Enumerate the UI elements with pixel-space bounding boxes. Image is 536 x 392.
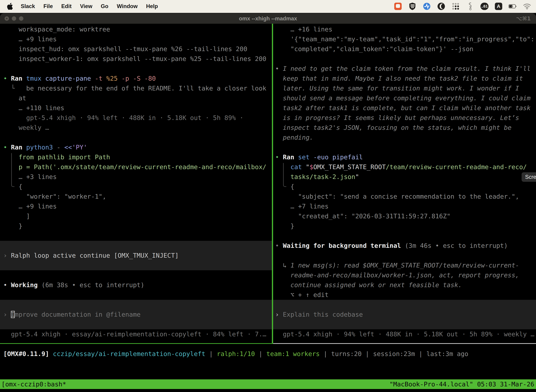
terminal-line: ↳ 1 new msg(s): read $OMX_TEAM_STATE_ROO…: [275, 261, 536, 270]
text-segment: ›: [3, 311, 11, 318]
text-segment: •: [275, 65, 283, 72]
terminal-line: inspect task2's JSON, focusing on the st…: [275, 123, 536, 133]
terminal-line: }: [275, 221, 536, 231]
text-segment: ›: [3, 252, 11, 259]
ralph-loop-banner-container[interactable]: › Ralph loop active continue [OMX_TMUX_I…: [0, 241, 272, 270]
text-segment: be necessary for the end of the README. …: [26, 85, 266, 92]
waiting-status-line: • Waiting for background terminal (3m 46…: [275, 241, 536, 251]
text-segment: Ran: [11, 75, 26, 82]
terminal-line: ]: [3, 211, 272, 221]
text-segment: gpt-5.4 xhigh · 94% left · 488K in · 5.1…: [275, 331, 534, 338]
menu-item-view[interactable]: View: [76, 3, 96, 9]
text-segment: weekly …: [3, 124, 49, 131]
zoom-button[interactable]: [19, 16, 23, 21]
prompt-input: › Explain this codebase: [275, 310, 536, 319]
text-segment: }: [275, 222, 294, 229]
text-segment: should send a message before completing …: [275, 94, 531, 102]
terminal-line: pending.: [275, 133, 536, 142]
text-segment: pending.: [275, 134, 313, 141]
shield-grid-icon[interactable]: [408, 2, 416, 10]
tmux-session-window-label[interactable]: [omx-cczip0:bash*: [0, 379, 66, 389]
terminal-line: [3, 64, 272, 74]
menu-item-window[interactable]: Window: [113, 3, 142, 9]
text-segment: keep that in mind. Maybe I also need the…: [275, 75, 523, 82]
menu-item-go[interactable]: Go: [96, 3, 113, 9]
text-segment: '{"team_name":"my-team","task_id":"1","f…: [275, 36, 534, 43]
text-segment: -: [57, 144, 64, 151]
text-segment: tasks/task-2.json: [275, 173, 355, 180]
text-segment: OMX_TEAM_STATE_ROOT: [313, 163, 386, 171]
menu-item-help[interactable]: Help: [142, 3, 162, 9]
text-segment: (6m 38s • esc to interrupt): [42, 281, 144, 289]
pane-border-left-bottom: [0, 343, 272, 344]
text-segment: |: [259, 350, 266, 357]
text-segment: •: [275, 242, 283, 249]
text-segment: "completed","claim_token":"claim-token"}…: [275, 45, 474, 52]
terminal-line: cat "$OMX_TEAM_STATE_ROOT/team/review-cu…: [275, 162, 536, 172]
text-segment: | turns:20 | session:23m | last:3m ago: [324, 350, 469, 357]
terminal-line: "completed","claim_token":"claim-token"}…: [275, 44, 536, 54]
speed-blue-icon[interactable]: [423, 2, 431, 10]
chat-icon[interactable]: [394, 2, 402, 10]
text-segment: 1 new msg(s): read $OMX_TEAM_STATE_ROOT/…: [291, 262, 519, 269]
badge-61[interactable]: ..61: [480, 3, 488, 10]
terminal-pane-right[interactable]: … +16 lines '{"team_name":"my-team","tas…: [273, 24, 536, 343]
tooltip-text: Scre: [525, 174, 536, 180]
terminal-line: inspect_hud: omx sparkshell --tmux-pane …: [3, 44, 272, 54]
terminal-pane-left[interactable]: workspace_mode: worktree … +9 lines insp…: [0, 24, 272, 343]
battery-icon[interactable]: [509, 2, 517, 10]
text-segment: … +7 lines: [275, 203, 329, 210]
text-segment: inspect_hud: omx sparkshell --tmux-pane …: [3, 45, 247, 52]
prompt-input-container[interactable]: › Explain this codebase: [273, 300, 536, 329]
terminal-line: workspace_mode: worktree: [3, 24, 272, 34]
terminal-line: is in progress? It seems likely but perh…: [275, 113, 536, 123]
terminal-line: from pathlib import Path: [3, 152, 272, 162]
pane-divider[interactable]: [272, 24, 273, 344]
text-segment: cat: [275, 163, 306, 171]
text-segment: }: [3, 222, 22, 229]
terminal-line: … +110 lines: [3, 103, 272, 113]
text-segment: •: [3, 75, 11, 82]
moon-icon[interactable]: [437, 2, 445, 10]
menu-app-name[interactable]: Slack: [17, 3, 39, 9]
text-segment: ": [306, 163, 310, 171]
terminal-line: later. Using the same for transition mig…: [275, 84, 536, 93]
text-segment: •: [3, 144, 11, 151]
prompt-input-container[interactable]: › Improve documentation in @filename: [0, 300, 272, 329]
text-segment: workspace_mode: worktree: [3, 26, 110, 33]
menu-item-edit[interactable]: Edit: [57, 3, 76, 9]
text-segment: I need to get the claim token from the c…: [283, 65, 531, 72]
tmux-status-bar[interactable]: [omx-cczip0:bash* "MacBook-Pro-44.local"…: [0, 379, 536, 389]
window-titlebar[interactable]: omx --xhigh --madmax ⌥⌘1: [0, 13, 536, 24]
squiggle-icon[interactable]: [466, 2, 474, 10]
terminal-line: weekly …: [3, 123, 272, 133]
screen-notification-overlay[interactable]: Scre: [522, 172, 536, 182]
minimize-button[interactable]: [12, 16, 16, 21]
terminal-line: [3, 290, 272, 300]
text-segment: Ralph loop active continue [OMX_TMUX_INJ…: [11, 252, 179, 259]
text-segment: $: [310, 163, 313, 171]
text-segment: gpt-5.4 xhigh · 94% left · 488K in · 5.1…: [3, 114, 243, 121]
wifi-icon[interactable]: [523, 2, 531, 10]
window-shortcut-badge: ⌥⌘1: [516, 15, 536, 22]
terminal-line: "subject": "send a concise recommendatio…: [275, 191, 536, 201]
terminal-line: [3, 133, 272, 142]
text-segment: inspect_worker-1: omx sparkshell --tmux-…: [3, 55, 266, 62]
a-tile-icon[interactable]: A: [495, 3, 502, 10]
terminal-line: tasks/task-2.json": [275, 172, 536, 182]
text-segment: Working: [11, 281, 41, 289]
text-segment: ": [355, 173, 359, 180]
dots-grid-icon[interactable]: [452, 2, 460, 10]
prompt-input: › Improve documentation in @filename: [3, 310, 272, 319]
text-segment: … +9 lines: [3, 36, 57, 43]
text-segment: ↳: [275, 262, 291, 269]
text-segment: (3m 46s • esc to interrupt): [405, 242, 508, 249]
tmux-host-clock-label: "MacBook-Pro-44.local" 05:03 31-Mar-26: [389, 379, 536, 389]
text-segment: p = Path('.omx/state/team/review-current…: [3, 163, 266, 171]
terminal-line: [275, 142, 536, 152]
menu-item-file[interactable]: File: [39, 3, 57, 9]
apple-menu-icon[interactable]: [7, 2, 14, 10]
text-segment: I: [11, 311, 15, 318]
close-button[interactable]: [5, 16, 9, 21]
terminal-line: {: [275, 182, 536, 191]
